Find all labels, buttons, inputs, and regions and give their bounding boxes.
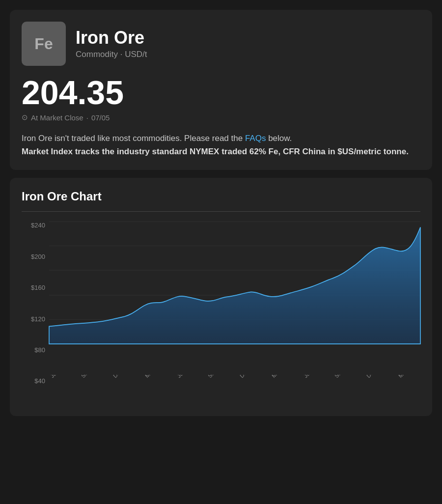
clock-icon: ⊙ (22, 113, 28, 122)
x-label-dec2019: Dec 2019 (239, 375, 259, 379)
header-row: Fe Iron Ore Commodity · USD/t (22, 22, 420, 66)
y-label-80: $80 (22, 346, 45, 354)
faqs-link[interactable]: FAQs (245, 134, 266, 143)
date-separator: · (86, 113, 88, 122)
x-label-dec2018: Dec 2018 (112, 375, 133, 379)
y-label-40: $40 (22, 377, 45, 385)
info-card: Fe Iron Ore Commodity · USD/t 204.35 ⊙ A… (10, 10, 432, 170)
y-label-120: $120 (22, 315, 45, 323)
header-text: Iron Ore Commodity · USD/t (76, 28, 147, 59)
chart-title: Iron Ore Chart (22, 190, 420, 203)
subtitle-separator: · (120, 50, 125, 59)
y-label-200: $200 (22, 253, 45, 260)
y-label-160: $160 (22, 284, 45, 291)
y-label-240: $240 (22, 222, 45, 229)
chart-svg (49, 222, 420, 369)
description-text-1: Iron Ore isn't traded like most commodit… (22, 134, 245, 143)
y-axis: $240 $200 $160 $120 $80 $40 (22, 222, 45, 404)
description-text-2: below. (266, 134, 292, 143)
chart-svg-container: Jun 2018 Sep 2018 Dec 2018 Mar 2019 Jun … (49, 222, 420, 404)
chart-card: Iron Ore Chart $240 $200 $160 $120 $80 $… (10, 178, 432, 416)
commodity-name: Iron Ore (76, 28, 147, 48)
market-date: 07/05 (91, 113, 110, 122)
price-display: 204.35 (22, 76, 420, 109)
x-label-mar2020: Mar 2020 (271, 375, 291, 379)
market-status-text: At Market Close (31, 113, 83, 122)
description-block: Iron Ore isn't traded like most commodit… (22, 132, 420, 158)
commodity-type: Commodity (76, 50, 118, 59)
commodity-currency: USD/t (125, 50, 147, 59)
chart-area: $240 $200 $160 $120 $80 $40 (22, 222, 420, 404)
element-badge: Fe (22, 22, 66, 66)
bold-description: Market Index tracks the industry standar… (22, 147, 409, 156)
x-label-mar2019: Mar 2019 (144, 375, 164, 379)
chart-divider (22, 211, 420, 212)
commodity-subtitle: Commodity · USD/t (76, 50, 147, 59)
chart-area-path (49, 227, 420, 344)
market-status-row: ⊙ At Market Close · 07/05 (22, 113, 420, 122)
x-label-jun2018: Jun 2018 (49, 375, 69, 379)
